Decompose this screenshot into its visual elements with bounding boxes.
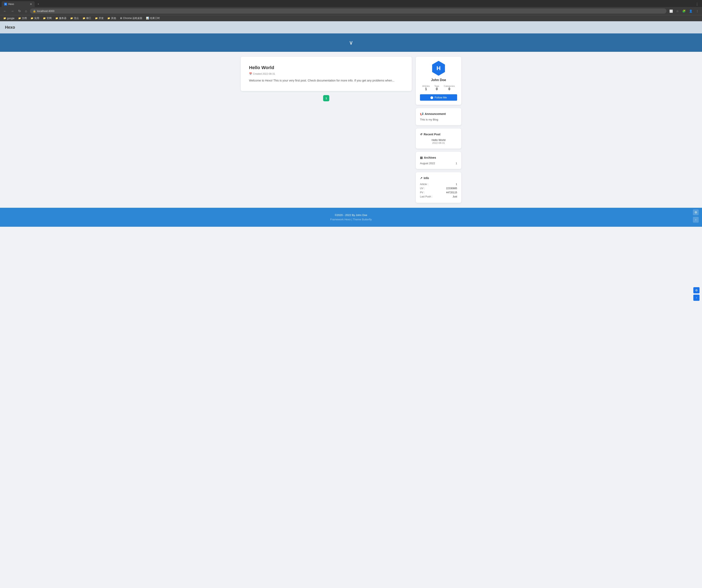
recent-post-title: ↺ Recent Post (420, 133, 457, 136)
profile-avatar: H (431, 61, 446, 76)
bookmark-server[interactable]: 📁 服务器 (54, 16, 68, 20)
info-card: ↗ Info Article : 1 UV : 22330885 PV : 44… (416, 172, 461, 203)
browser-more-button[interactable]: ⋮ (694, 1, 700, 7)
article-label: Article : (420, 183, 428, 186)
tab-bar: H Hexo ✕ + ⋮ (0, 0, 702, 7)
site-footer: ©2020 - 2022 By John Doe Framework Hexo … (0, 208, 702, 227)
tags-label: Tags (435, 85, 439, 87)
bookmark-chrome-remote[interactable]: 🖥 Chrome 远程桌面 (119, 16, 143, 20)
menu-button[interactable]: ⋮ (695, 9, 700, 14)
forward-button[interactable]: → (9, 8, 15, 14)
archives-icon: ▤ (420, 156, 423, 159)
archives-card: ▤ Archives August 2022 1 (416, 152, 461, 169)
archive-item[interactable]: August 2022 1 (420, 162, 457, 165)
announcement-icon: 📢 (420, 112, 424, 116)
profile-card: H John Doe Articles 1 Tags 0 Categories … (416, 57, 461, 105)
bookmark-google[interactable]: 📁 google (2, 16, 16, 20)
toolbar-right: ⬜ ☆ 🧩 👤 ⋮ (668, 9, 700, 14)
bookmark-liu-gong[interactable]: 📁 柳工 (81, 16, 93, 20)
bookmarks-bar: 📁 google 📁 文档 📁 实用 📁 官网 📁 服务器 📁 浩云 📁 柳工 … (0, 15, 702, 21)
archives-title: ▤ Archives (420, 156, 457, 159)
calendar-icon: 📅 (249, 72, 252, 75)
main-container: Hello World 📅 Created 2022-08-31 Welcome… (237, 52, 465, 208)
bookmark-official[interactable]: 📁 官网 (42, 16, 53, 20)
hero-chevron-icon[interactable]: ∨ (349, 39, 353, 46)
info-icon: ↗ (420, 176, 423, 180)
footer-top-button[interactable]: ↑ (693, 217, 699, 223)
sidebar: H John Doe Articles 1 Tags 0 Categories … (416, 57, 461, 203)
profile-button[interactable]: 👤 (688, 9, 694, 14)
post-card: Hello World 📅 Created 2022-08-31 Welcome… (241, 57, 412, 91)
lock-icon: 🔒 (33, 10, 36, 13)
announcement-text: This is my Blog (420, 118, 457, 121)
articles-label: Articles (422, 85, 430, 87)
extensions-button[interactable]: 🧩 (681, 9, 687, 14)
profile-stats: Articles 1 Tags 0 Categories 0 (420, 85, 457, 91)
bookmark-result[interactable]: 📊 结果工时 (145, 16, 161, 20)
hero-banner: ∨ (0, 33, 702, 52)
follow-button[interactable]: ⬤ Follow Me (420, 94, 457, 101)
bookmark-dev[interactable]: 📁 开发 (94, 16, 105, 20)
pagination: 1 (241, 95, 412, 101)
bookmark-button[interactable]: ☆ (675, 9, 680, 14)
archive-month: August 2022 (420, 162, 435, 165)
github-icon: ⬤ (430, 96, 433, 99)
bookmark-other[interactable]: 📁 其他 (106, 16, 117, 20)
bookmark-practical[interactable]: 📁 实用 (29, 16, 40, 20)
back-button[interactable]: ← (2, 8, 8, 14)
footer-settings-button[interactable]: ⚙ (693, 209, 699, 215)
posts-area: Hello World 📅 Created 2022-08-31 Welcome… (241, 57, 412, 203)
lastpush-label: Last Push : (420, 195, 432, 198)
tab-title: Hexo (8, 3, 14, 6)
pv-value: 44720115 (446, 191, 457, 194)
post-excerpt: Welcome to Hexo! This is your very first… (249, 78, 399, 83)
categories-stat: Categories 0 (444, 85, 455, 91)
post-date: Created 2022-08-31 (253, 72, 275, 75)
info-uv-row: UV : 22330885 (420, 186, 457, 190)
recent-post-link[interactable]: Hello World (420, 138, 457, 142)
article-value: 1 (456, 183, 457, 186)
address-bar[interactable]: 🔒 localhost:4000 (30, 8, 667, 14)
page-1-button[interactable]: 1 (323, 95, 329, 101)
refresh-button[interactable]: ↻ (17, 8, 22, 14)
info-lastpush-row: Last Push : Just (420, 194, 457, 199)
tags-value: 0 (435, 87, 439, 91)
footer-icons: ⚙ ↑ (693, 209, 699, 223)
announcement-card: 📢 Announcement This is my Blog (416, 108, 461, 125)
recent-post-icon: ↺ (420, 133, 423, 136)
footer-copyright: ©2020 - 2022 By John Doe (6, 213, 696, 216)
archive-count: 1 (456, 162, 457, 165)
bookmark-docs[interactable]: 📁 文档 (17, 16, 28, 20)
profile-name: John Doe (420, 78, 457, 82)
post-meta: 📅 Created 2022-08-31 (249, 72, 399, 75)
tab-close-button[interactable]: ✕ (30, 2, 32, 6)
active-tab[interactable]: H Hexo ✕ (2, 1, 35, 7)
articles-stat: Articles 1 (422, 85, 430, 91)
footer-framework-link[interactable]: Framework Hexo | Theme Butterfly (330, 218, 372, 221)
bookmark-hao-cloud[interactable]: 📁 浩云 (69, 16, 80, 20)
new-tab-button[interactable]: + (35, 1, 68, 7)
recent-post-date: 2022-08-31 (420, 142, 457, 144)
home-button[interactable]: ⌂ (24, 8, 28, 14)
info-article-row: Article : 1 (420, 182, 457, 186)
post-title[interactable]: Hello World (249, 65, 399, 70)
avatar-letter: H (437, 65, 441, 71)
info-pv-row: PV : 44720115 (420, 190, 457, 194)
tab-favicon: H (4, 3, 7, 6)
uv-label: UV : (420, 187, 425, 190)
recent-post-card: ↺ Recent Post Hello World 2022-08-31 (416, 129, 461, 149)
uv-value: 22330885 (446, 187, 457, 190)
browser-chrome: H Hexo ✕ + ⋮ ← → ↻ ⌂ 🔒 localhost:4000 ⬜ … (0, 0, 702, 21)
site-header: Hexo (0, 21, 702, 33)
follow-label: Follow Me (435, 96, 447, 99)
categories-label: Categories (444, 85, 455, 87)
browser-toolbar: ← → ↻ ⌂ 🔒 localhost:4000 ⬜ ☆ 🧩 👤 ⋮ (0, 7, 702, 15)
articles-value: 1 (422, 87, 430, 91)
tags-stat: Tags 0 (435, 85, 439, 91)
info-title: ↗ Info (420, 176, 457, 180)
lastpush-value: Just (453, 195, 457, 198)
categories-value: 0 (444, 87, 455, 91)
address-text: localhost:4000 (37, 9, 54, 13)
site-title: Hexo (5, 25, 697, 30)
screenshot-button[interactable]: ⬜ (668, 9, 674, 14)
